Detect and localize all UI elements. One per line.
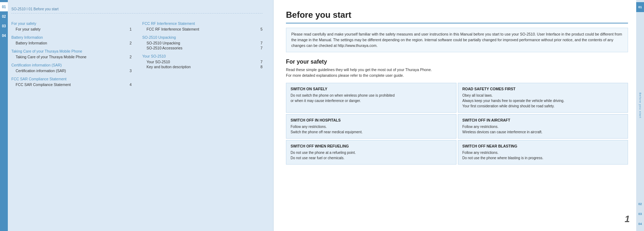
road-safety-text: Obey all local laws.Always keep your han… — [462, 93, 624, 109]
page-title: Before you start — [286, 10, 628, 23]
tab-03-left[interactable]: 03 — [0, 21, 8, 31]
safety-cell-refueling: SWITCH OFF WHEN REFUELING Do not use the… — [286, 140, 456, 165]
toc-container: For your safety For your safety 1 Batter… — [11, 18, 263, 87]
toc-section-fcc-rf[interactable]: FCC RF Interference Statement — [142, 21, 263, 26]
left-blue-tab: 01 02 03 04 — [0, 0, 8, 231]
toc-col-2: FCC RF Interference Statement FCC RF Int… — [142, 18, 263, 87]
left-panel-header: SO-2510 I 01 Before you start — [11, 7, 263, 14]
right-side-tab: 01 Before you start 02 03 04 — [636, 0, 644, 231]
toc-section-certification[interactable]: Certification information (SAR) — [11, 63, 132, 67]
tab-01-left[interactable]: 01 — [0, 2, 8, 11]
toc-item-battery[interactable]: Battery Information 2 — [11, 41, 132, 45]
safety-subtitle-1: Read these simple guidelines they will h… — [286, 67, 628, 79]
road-safety-title: ROAD SAFETY COMES FIRST — [462, 87, 624, 91]
refueling-text: Do not use the phone at a refueling poin… — [291, 150, 452, 161]
safety-cell-blasting: SWITCH OFF NEAR BLASTING Follow any rest… — [458, 140, 628, 165]
toc-col-1: For your safety For your safety 1 Batter… — [11, 18, 132, 87]
safety-section-title: For your safety — [286, 59, 628, 65]
safety-cell-road-safety: ROAD SAFETY COMES FIRST Obey all local l… — [458, 83, 628, 113]
right-tab-01[interactable]: 01 — [636, 2, 644, 12]
toc-section-unpacking[interactable]: SO-2510 Unpacking — [142, 35, 263, 39]
toc-item-your-so2510[interactable]: Your SO-2510 7 — [142, 59, 263, 64]
toc-section-taking-care[interactable]: Taking Care of your Thuraya Mobile Phone — [11, 49, 132, 53]
aircraft-text: Follow any restrictions.Wireless devices… — [462, 124, 624, 135]
toc-item-for-your-safety[interactable]: For your safety 1 — [11, 27, 132, 32]
right-tab-04[interactable]: 04 — [636, 219, 644, 229]
toc-item-fcc-sar[interactable]: FCC SAR Compliance Statement 4 — [11, 82, 132, 87]
toc-section-battery[interactable]: Battery Information — [11, 35, 132, 39]
toc-section-for-your-safety[interactable]: For your safety — [11, 21, 132, 26]
intro-text: Please read carefully and make yourself … — [291, 32, 622, 48]
switch-on-safely-title: SWITCH ON SAFELY — [291, 87, 452, 91]
safety-cell-aircraft: SWITCH OFF IN AIRCRAFT Follow any restri… — [458, 114, 628, 139]
toc-section-your-so2510[interactable]: Your SO-2510 — [142, 54, 263, 58]
right-panel: Before you start Please read carefully a… — [274, 0, 644, 231]
toc-item-accessories[interactable]: SO-2510 Accessories 7 — [142, 45, 263, 50]
blasting-text: Follow any restrictions.Do not use the p… — [462, 150, 624, 161]
right-tab-02[interactable]: 02 — [636, 199, 644, 209]
toc-item-unpacking[interactable]: SO-2510 Unpacking 7 — [142, 41, 263, 45]
right-tab-03[interactable]: 03 — [636, 209, 644, 219]
safety-cell-hospitals: SWITCH OFF IN HOSPITALS Follow any restr… — [286, 114, 456, 139]
aircraft-title: SWITCH OFF IN AIRCRAFT — [462, 118, 624, 122]
intro-box: Please read carefully and make yourself … — [286, 28, 628, 52]
page-number: 1 — [625, 214, 630, 225]
safety-cell-switch-on-safely: SWITCH ON SAFELY Do not switch the phone… — [286, 83, 456, 113]
switch-on-safely-text: Do not switch the phone on when wireless… — [291, 93, 452, 103]
safety-grid: SWITCH ON SAFELY Do not switch the phone… — [286, 83, 628, 165]
toc-section-fcc-sar[interactable]: FCC SAR Compliance Statement — [11, 77, 132, 81]
left-panel: 01 02 03 04 SO-2510 I 01 Before you star… — [0, 0, 274, 231]
toc-item-taking-care[interactable]: Taking Care of your Thuraya Mobile Phone… — [11, 54, 132, 59]
tab-02-left[interactable]: 02 — [0, 12, 8, 21]
refueling-title: SWITCH OFF WHEN REFUELING — [291, 144, 452, 148]
tab-04-left[interactable]: 04 — [0, 31, 8, 40]
right-tab-vertical-label: Before you start — [639, 12, 642, 199]
hospitals-text: Follow any restrictions.Switch the phone… — [291, 124, 452, 135]
toc-item-fcc-rf[interactable]: FCC RF Interference Statement 5 — [142, 27, 263, 32]
blasting-title: SWITCH OFF NEAR BLASTING — [462, 144, 624, 148]
hospitals-title: SWITCH OFF IN HOSPITALS — [291, 118, 452, 122]
toc-item-key-button[interactable]: Key and button description 8 — [142, 64, 263, 69]
toc-item-certification[interactable]: Certification information (SAR) 3 — [11, 68, 132, 73]
